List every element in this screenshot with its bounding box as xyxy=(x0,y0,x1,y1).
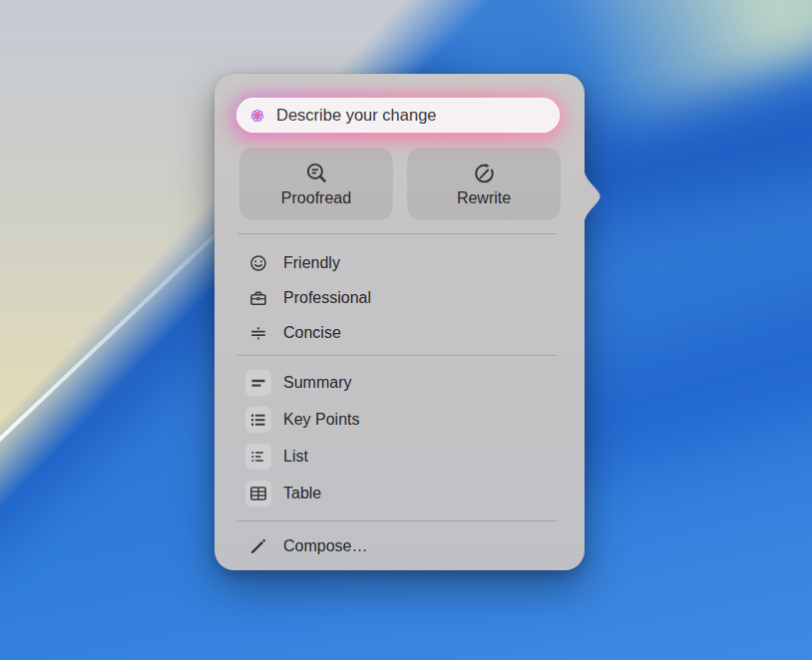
desktop: Describe your change Proofread xyxy=(0,0,812,660)
friendly-label: Friendly xyxy=(283,254,340,272)
key-points-label: Key Points xyxy=(283,411,359,429)
popover-tail xyxy=(584,168,604,224)
smiley-icon xyxy=(245,250,271,276)
compose-label: Compose… xyxy=(283,537,367,555)
rewrite-circle-pencil-icon xyxy=(473,162,496,184)
list-label: List xyxy=(283,448,308,466)
summary-lines-icon xyxy=(245,370,271,396)
describe-change-placeholder: Describe your change xyxy=(276,106,437,125)
describe-change-field[interactable]: Describe your change xyxy=(236,98,560,133)
menu-item-table[interactable]: Table xyxy=(214,475,585,511)
concise-label: Concise xyxy=(283,324,341,342)
pencil-icon xyxy=(245,533,271,559)
table-label: Table xyxy=(283,485,321,502)
menu-item-summary[interactable]: Summary xyxy=(214,364,585,401)
proofread-label: Proofread xyxy=(281,189,351,207)
describe-change-input[interactable]: Describe your change xyxy=(236,98,560,133)
table-grid-icon xyxy=(245,481,271,506)
magnifier-text-icon xyxy=(305,162,328,184)
rewrite-label: Rewrite xyxy=(457,189,511,207)
menu-item-concise[interactable]: Concise xyxy=(214,315,585,350)
small-list-icon xyxy=(245,444,271,470)
menu-item-friendly[interactable]: Friendly xyxy=(214,245,585,280)
proofread-button[interactable]: Proofread xyxy=(239,148,393,220)
writing-tools-popover: Describe your change Proofread xyxy=(214,74,585,570)
divider xyxy=(237,520,557,521)
summary-label: Summary xyxy=(283,374,351,392)
divider xyxy=(237,233,557,234)
professional-label: Professional xyxy=(283,289,371,307)
briefcase-icon xyxy=(245,285,271,311)
menu-item-key-points[interactable]: Key Points xyxy=(214,401,585,438)
compress-lines-icon xyxy=(245,320,271,346)
bullet-list-icon xyxy=(245,407,271,433)
apple-intelligence-icon xyxy=(248,107,266,125)
primary-actions: Proofread Rewrite xyxy=(239,148,561,220)
menu-item-professional[interactable]: Professional xyxy=(214,280,585,315)
menu-item-list[interactable]: List xyxy=(214,438,585,475)
rewrite-button[interactable]: Rewrite xyxy=(407,148,561,220)
menu-item-compose[interactable]: Compose… xyxy=(214,528,585,564)
divider xyxy=(237,355,557,356)
